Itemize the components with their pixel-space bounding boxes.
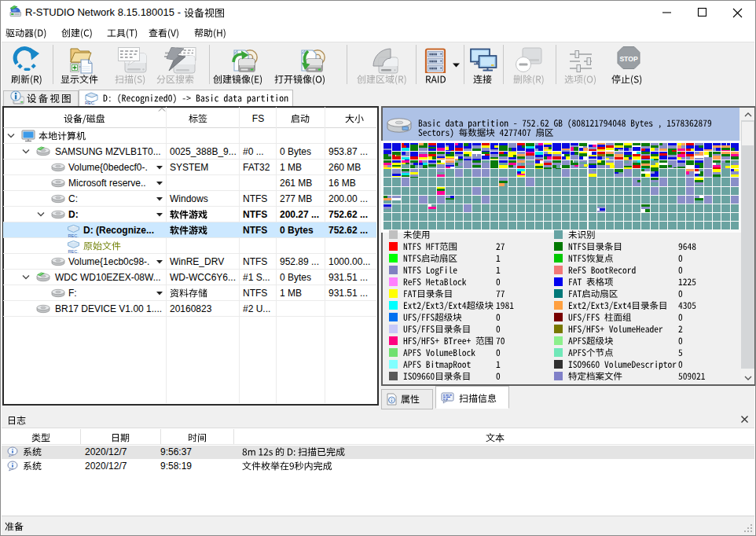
svg-text:REC.: REC. (68, 233, 79, 237)
svg-text:REC.: REC. (85, 101, 96, 105)
svg-text:STOP: STOP (619, 55, 638, 63)
svg-text:REC.: REC. (68, 248, 79, 253)
